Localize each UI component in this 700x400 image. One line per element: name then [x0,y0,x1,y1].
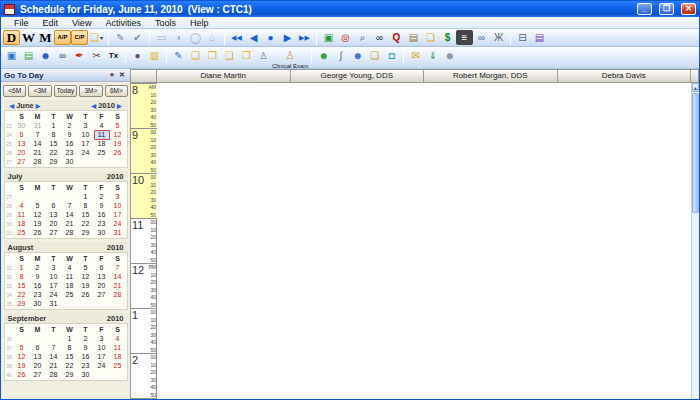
day-cell-23[interactable]: 23 [94,220,110,228]
day-cell-21[interactable]: 21 [46,362,62,370]
day-cell-10[interactable]: 10 [78,131,94,139]
day-cell-8[interactable]: 8 [46,131,62,139]
day-cell-21[interactable]: 21 [30,149,46,157]
day-cell-27[interactable]: 27 [94,291,110,299]
day-cell-11[interactable]: 11 [62,273,78,281]
prev-month-icon[interactable]: ◀ [8,102,17,109]
provider-header-debra-davis[interactable]: Debra Davis [558,69,692,83]
next-year-icon[interactable]: ▶ [115,102,124,109]
day-cell-10[interactable]: 10 [46,273,62,281]
day-cell-19[interactable]: 19 [30,220,46,228]
day-cell-28[interactable]: 28 [110,291,126,299]
patient-picture-button[interactable]: ☻ [349,48,366,63]
day-cell-26[interactable]: 26 [30,229,46,237]
office-journal-button[interactable]: ∞ [473,30,490,45]
view-finder-button[interactable]: ∞ [54,48,71,63]
edit-patient-button[interactable]: ✎ [170,48,187,63]
home-tool-button[interactable]: ⌂ [204,30,221,45]
day-cell-30[interactable]: 30 [78,371,94,379]
day-cell-7[interactable]: 7 [46,344,62,352]
print-preview-button[interactable]: ▭ [153,30,170,45]
day-cell-23[interactable]: 23 [62,149,78,157]
staff-button[interactable]: ☻ [441,48,458,63]
scroll-up-arrow[interactable]: ▲ [692,83,699,92]
sign-out-button[interactable]: ✉ [407,48,424,63]
day-cell-8[interactable]: 8 [14,273,30,281]
oval-tool-button[interactable]: ◖ [170,30,187,45]
day-cell-16[interactable]: 16 [30,282,46,290]
folder-lock-button[interactable]: ❏ [366,48,383,63]
current-day-button[interactable]: ● [262,30,279,45]
day-cell-13[interactable]: 13 [46,211,62,219]
clinical-exam-button[interactable]: ♙ [282,48,299,63]
day-cell-20[interactable]: 20 [30,362,46,370]
day-cell-15[interactable]: 15 [46,140,62,148]
folder-open-button[interactable]: ❐ [204,48,221,63]
circle-tool-button[interactable]: ◯ [187,30,204,45]
day-cell-6[interactable]: 6 [14,131,30,139]
traffic-light-button[interactable]: ≡ [456,30,473,45]
day-cell-30[interactable]: 30 [62,158,78,166]
day-cell-6[interactable]: 6 [94,264,110,272]
day-cell-24[interactable]: 24 [110,220,126,228]
day-cell-2[interactable]: 2 [78,335,94,343]
day-cell-25[interactable]: 25 [110,362,126,370]
day-cell-6[interactable]: 6 [30,344,46,352]
day-cell-20[interactable]: 20 [94,282,110,290]
provider-header-george-young-dds[interactable]: George Young, DDS [291,69,425,83]
day-cell-18[interactable]: 18 [62,282,78,290]
menu-tools[interactable]: Tools [148,18,183,28]
payment-button[interactable]: $ [439,30,456,45]
day-cell-17[interactable]: 17 [46,282,62,290]
day-cell-27[interactable]: 27 [30,371,46,379]
month-view-button[interactable]: M [37,30,54,45]
day-cell-15[interactable]: 15 [14,282,30,290]
day-cell-29[interactable]: 29 [46,158,62,166]
import-button[interactable]: ⇓ [424,48,441,63]
day-cell-22[interactable]: 22 [14,291,30,299]
day-cell-9[interactable]: 9 [30,273,46,281]
day-cell-1[interactable]: 1 [78,193,94,201]
new-appointment-button[interactable]: ❏▾ [88,30,105,45]
note-button[interactable]: ❏ [422,30,439,45]
day-cell-31[interactable]: 31 [30,122,46,130]
day-cell-9[interactable]: 9 [94,202,110,210]
day-cell-16[interactable]: 16 [62,140,78,148]
patient-alerts-button[interactable]: ☻ [315,48,332,63]
quick-letters-button[interactable]: Q [388,30,405,45]
day-cell-5[interactable]: 5 [78,264,94,272]
binoculars-button[interactable]: ∞ [371,30,388,45]
vertical-scrollbar[interactable]: ▲ [691,83,699,399]
day-cell-3[interactable]: 3 [94,335,110,343]
day-cell-3[interactable]: 3 [78,122,94,130]
day-cell-22[interactable]: 22 [78,220,94,228]
day-cell-18[interactable]: 18 [14,220,30,228]
menu-file[interactable]: File [7,18,36,28]
day-cell-12[interactable]: 12 [78,273,94,281]
day-cell-15[interactable]: 15 [78,211,94,219]
day-cell-9[interactable]: 9 [78,344,94,352]
day-cell-17[interactable]: 17 [110,211,126,219]
previous-day-button[interactable]: ◀ [245,30,262,45]
day-cell-21[interactable]: 21 [62,220,78,228]
confirm-button[interactable]: ✔ [129,30,146,45]
pin-icon[interactable]: ⌖ [107,71,117,79]
day-cell-12[interactable]: 12 [30,211,46,219]
restore-button[interactable]: ❐ [659,3,674,15]
menu-help[interactable]: Help [183,18,216,28]
day-cell-14[interactable]: 14 [110,273,126,281]
day-cell-11[interactable]: 11 [14,211,30,219]
treasury-button[interactable]: ◘ [383,48,400,63]
day-cell-31[interactable]: 31 [46,300,62,308]
day-cell-4[interactable]: 4 [94,122,110,130]
perio-chart-button[interactable]: ♙ [255,48,272,63]
day-cell-12[interactable]: 12 [110,131,126,139]
search-button[interactable]: ⌕ [354,30,371,45]
day-cell-29[interactable]: 29 [14,300,30,308]
first-day-button[interactable]: ◀◀ [228,30,245,45]
next-day-button[interactable]: ▶ [279,30,296,45]
nav-button-3m[interactable]: <3M [28,85,51,97]
day-cell-25[interactable]: 25 [14,229,30,237]
pin-button[interactable]: ✒ [71,48,88,63]
care-plan-button[interactable]: C/P [71,30,88,45]
